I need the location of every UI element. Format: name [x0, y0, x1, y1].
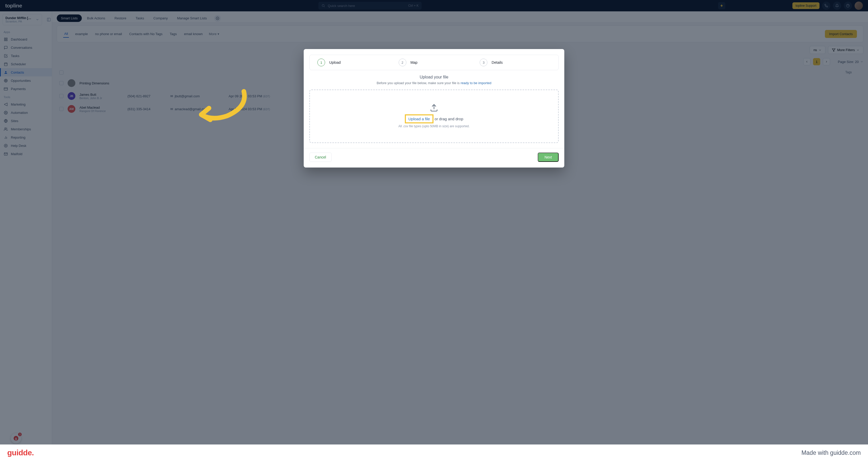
cancel-button[interactable]: Cancel: [309, 153, 332, 162]
step-map: 2 Map: [399, 59, 470, 66]
modal-footer: Cancel Next: [304, 148, 564, 167]
upload-file-link[interactable]: Upload a file: [405, 114, 433, 123]
step-number: 3: [480, 59, 488, 66]
next-button[interactable]: Next: [538, 153, 559, 162]
upload-title: Upload your file: [309, 75, 559, 80]
upload-description: Before you upload your file below, make …: [309, 81, 559, 85]
import-modal: 1 Upload 2 Map 3 Details Upload your fil…: [304, 49, 564, 167]
dropzone[interactable]: Upload a file or drag and drop All .csv …: [309, 90, 559, 143]
ready-to-import-link[interactable]: ready to be imported: [461, 81, 491, 85]
upload-sub: All .csv file types (upto 50MB in size) …: [315, 124, 553, 128]
step-details: 3 Details: [480, 59, 551, 66]
guidde-logo: guidde.: [7, 448, 34, 457]
wizard-steps: 1 Upload 2 Map 3 Details: [309, 55, 559, 70]
upload-rest-text: or drag and drop: [433, 117, 463, 121]
step-label: Upload: [329, 60, 341, 64]
watermark-footer: guidde. Made with guidde.com: [0, 444, 868, 461]
step-label: Map: [410, 60, 417, 64]
step-upload: 1 Upload: [317, 59, 388, 66]
modal-body: Upload your file Before you upload your …: [304, 75, 564, 148]
step-number: 2: [399, 59, 406, 66]
upload-line: Upload a file or drag and drop: [315, 114, 553, 123]
step-number: 1: [317, 59, 325, 66]
upload-icon: [429, 103, 439, 112]
step-label: Details: [492, 60, 503, 64]
made-with-text: Made with guidde.com: [801, 450, 861, 456]
